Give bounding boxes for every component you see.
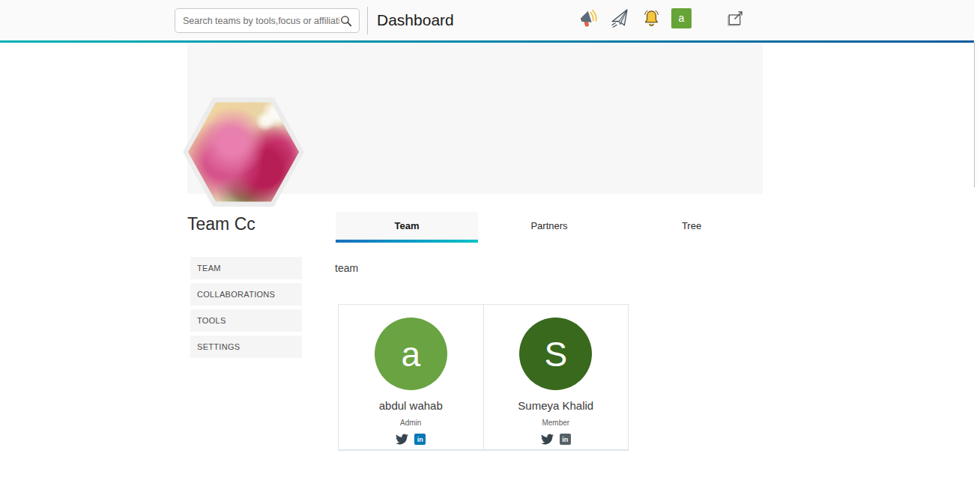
linkedin-icon[interactable]: in [414, 434, 426, 445]
tab-team[interactable]: Team [336, 212, 478, 240]
team-tabs: Team Partners Tree [336, 212, 763, 240]
member-role-badge: Member [542, 419, 569, 427]
top-header: Dashboard [0, 0, 974, 43]
notifications-bell-icon[interactable] [640, 7, 662, 29]
sidebar-item-tools[interactable]: TOOLS [190, 309, 302, 332]
sidebar-item-settings[interactable]: SETTINGS [190, 335, 302, 358]
header-divider [367, 7, 368, 34]
tab-partners[interactable]: Partners [478, 212, 620, 240]
open-external-window-icon[interactable] [723, 7, 745, 29]
member-name: abdul wahab [379, 399, 443, 412]
member-avatar: a [375, 318, 447, 390]
member-social-links: in [396, 433, 426, 446]
tab-tree[interactable]: Tree [620, 212, 763, 240]
member-card[interactable]: S Sumeya Khalid Member in [483, 305, 629, 449]
page-scrollbar[interactable] [974, 0, 980, 498]
linkedin-icon[interactable]: in [560, 434, 571, 445]
send-paper-plane-icon[interactable] [608, 7, 631, 29]
team-name: Team Cc [187, 214, 255, 234]
team-side-menu: TEAM COLLABORATIONS TOOLS SETTINGS [190, 257, 302, 362]
scrollbar-thumb[interactable] [974, 43, 979, 187]
team-search-box[interactable] [175, 8, 360, 33]
page-title: Dashboard [377, 11, 454, 29]
search-input[interactable] [183, 16, 339, 26]
member-avatar: S [519, 318, 592, 390]
team-avatar-flower-image [188, 100, 299, 204]
member-social-links: in [541, 433, 571, 446]
user-avatar[interactable]: a [671, 8, 692, 28]
announcement-megaphone-icon[interactable] [577, 7, 599, 29]
twitter-icon[interactable] [541, 433, 554, 446]
member-name: Sumeya Khalid [518, 399, 593, 412]
sidebar-item-collaborations[interactable]: COLLABORATIONS [190, 283, 302, 306]
team-members-grid: a abdul wahab Admin in S Sumeya Khalid M… [338, 304, 629, 451]
member-role-badge: Admin [400, 419, 421, 427]
section-label: team [335, 262, 358, 274]
header-icon-group: a [577, 7, 745, 29]
member-card[interactable]: a abdul wahab Admin in [339, 305, 483, 449]
sidebar-item-team[interactable]: TEAM [190, 257, 302, 279]
search-icon[interactable] [339, 14, 353, 28]
twitter-icon[interactable] [396, 433, 408, 446]
